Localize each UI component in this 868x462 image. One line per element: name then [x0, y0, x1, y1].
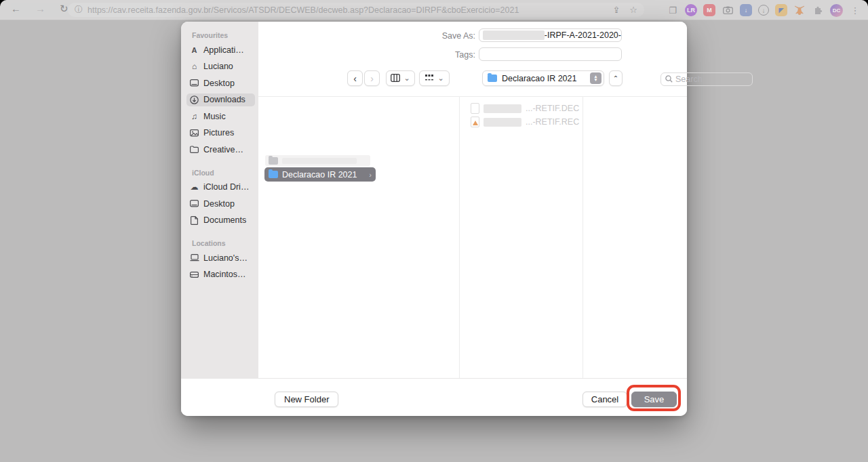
folder-select[interactable]: Declaracao IR 2021 ▲▼	[482, 70, 604, 86]
browser-toolbar: ← → ↻ ⓘ https://cav.receita.fazenda.gov.…	[0, 0, 868, 20]
sidebar-item-applications[interactable]: A Applicati…	[186, 43, 255, 56]
chevron-right-icon: ›	[369, 171, 372, 179]
downloads-icon	[189, 95, 199, 105]
url-text: https://cav.receita.fazenda.gov.br/Servi…	[87, 5, 603, 15]
chevron-left-icon: ‹	[353, 73, 357, 84]
sidebar-item-icloud-desktop[interactable]: Desktop	[186, 197, 255, 210]
folder-select-label: Declaracao IR 2021	[502, 74, 576, 83]
back-icon[interactable]: ←	[11, 3, 21, 14]
search-input[interactable]	[675, 75, 748, 84]
cancel-button[interactable]: Cancel	[583, 392, 627, 407]
file-browser[interactable]: Declaracao IR 2021 › ...-RETIF.DEC ...-R…	[258, 96, 687, 378]
sidebar-section-title: Favourites	[192, 31, 258, 39]
document-rec-icon	[471, 117, 479, 127]
laptop-icon	[189, 253, 199, 263]
document-icon	[471, 103, 479, 114]
sidebar-section-title: Locations	[192, 239, 258, 247]
dialog-header: Save As: -IRPF-A-2021-2020- Tags: ‹ › ⌄ …	[258, 22, 687, 96]
download-badge-icon[interactable]: ↓	[740, 4, 752, 16]
sidebar-item-pictures[interactable]: Pictures	[186, 127, 255, 140]
dialog-forward-button[interactable]: ›	[364, 70, 380, 86]
applications-icon: A	[189, 45, 199, 55]
cloud-icon: ☁	[189, 182, 199, 192]
filename-visible-text: -IRPF-A-2021-2020-	[545, 30, 621, 40]
lr-badge-icon[interactable]: LR	[685, 4, 697, 16]
bookmark-star-icon[interactable]: ☆	[629, 5, 637, 15]
sidebar-item-label: Desktop	[203, 79, 235, 88]
save-as-field[interactable]: -IRPF-A-2021-2020-	[479, 28, 622, 42]
new-folder-button[interactable]: New Folder	[275, 392, 338, 407]
dialog-sidebar: Favourites A Applicati… ⌂ Luciano Deskto…	[181, 22, 258, 416]
tags-field[interactable]	[479, 47, 622, 61]
sidebar-item-label: Luciano	[203, 62, 233, 71]
sidebar-item-desktop[interactable]: Desktop	[186, 77, 255, 89]
sidebar-item-creative[interactable]: Creative…	[186, 143, 255, 156]
disk-icon	[189, 270, 199, 280]
home-icon: ⌂	[189, 62, 199, 72]
sidebar-item-label: Macintos…	[203, 270, 246, 279]
file-name: ...-RETIF.DEC	[526, 104, 579, 113]
group-view-icon	[425, 72, 434, 85]
document-icon	[189, 215, 199, 226]
sidebar-item-macintosh-hd[interactable]: Macintos…	[186, 268, 255, 281]
selected-folder-row[interactable]: Declaracao IR 2021 ›	[264, 167, 376, 182]
url-bar[interactable]: ⓘ https://cav.receita.fazenda.gov.br/Ser…	[68, 3, 644, 17]
chevron-down-icon: ⌄	[403, 74, 410, 83]
sidebar-item-lucianos-mac[interactable]: Luciano's…	[186, 251, 255, 264]
stepper-icon: ▲▼	[590, 72, 601, 84]
collections-icon[interactable]: ❐	[667, 4, 679, 16]
site-info-icon[interactable]: ⓘ	[75, 4, 83, 16]
redacted-filename-block	[483, 30, 545, 40]
collapse-dialog-button[interactable]: ⌃	[609, 70, 623, 86]
column-view-button[interactable]: ⌄	[386, 70, 415, 86]
sidebar-item-label: Pictures	[203, 128, 234, 138]
folder-icon	[488, 75, 497, 82]
dialog-back-button[interactable]: ‹	[347, 70, 363, 86]
file-row[interactable]: ...-RETIF.REC	[471, 117, 579, 127]
sidebar-item-label: Downloads	[203, 95, 245, 104]
sidebar-item-icloud-drive[interactable]: ☁ iCloud Dri…	[186, 181, 255, 194]
desktop-icon	[189, 78, 199, 88]
search-icon	[665, 73, 673, 85]
file-name: ...-RETIF.REC	[526, 117, 579, 127]
orange-extension-icon[interactable]: ◤	[775, 4, 787, 16]
chevron-down-icon: ⌄	[437, 74, 443, 83]
dialog-footer: New Folder Cancel Save	[181, 378, 687, 416]
tags-label: Tags:	[421, 50, 475, 60]
sidebar-item-luciano[interactable]: ⌂ Luciano	[186, 60, 255, 73]
search-field[interactable]	[660, 72, 753, 86]
download-circle-icon[interactable]: ↓	[758, 5, 769, 16]
music-icon: ♫	[189, 111, 199, 121]
sidebar-item-downloads[interactable]: Downloads	[186, 93, 255, 106]
m-badge-icon[interactable]: M	[703, 4, 715, 16]
selected-folder-label: Declaracao IR 2021	[282, 170, 357, 180]
sidebar-item-label: Applicati…	[203, 45, 244, 55]
extensions-row: ❐ LR M ↓ ↓ ◤ DC ⋮	[667, 2, 861, 18]
folder-icon	[189, 144, 199, 154]
file-row[interactable]: ...-RETIF.DEC	[471, 103, 579, 114]
column-divider	[583, 97, 583, 378]
profile-avatar[interactable]: DC	[830, 4, 843, 17]
metamask-fox-icon[interactable]	[793, 4, 806, 16]
group-view-button[interactable]: ⌄	[419, 70, 450, 86]
sidebar-section-title: iCloud	[192, 169, 258, 177]
sidebar-item-label: Music	[203, 112, 226, 121]
sidebar-item-label: Desktop	[203, 199, 235, 209]
chevron-right-icon: ›	[370, 73, 374, 84]
sidebar-item-documents[interactable]: Documents	[186, 214, 255, 227]
chevron-up-icon: ⌃	[613, 75, 618, 82]
redacted-folder-row	[265, 155, 370, 166]
puzzle-icon[interactable]	[812, 4, 824, 16]
browser-window: ← → ↻ ⓘ https://cav.receita.fazenda.gov.…	[0, 0, 868, 462]
forward-icon[interactable]: →	[35, 3, 45, 14]
redacted-filename-block	[484, 104, 521, 113]
save-button[interactable]: Save	[631, 392, 677, 407]
overflow-menu-icon[interactable]: ⋮	[849, 4, 861, 16]
camera-icon[interactable]	[722, 4, 734, 16]
share-icon[interactable]: ⇪	[612, 5, 620, 15]
redacted-filename-block	[484, 118, 521, 127]
sidebar-item-label: Luciano's…	[203, 253, 248, 263]
reload-icon[interactable]: ↻	[60, 3, 68, 15]
save-as-label: Save As:	[421, 31, 475, 41]
sidebar-item-music[interactable]: ♫ Music	[186, 110, 255, 123]
